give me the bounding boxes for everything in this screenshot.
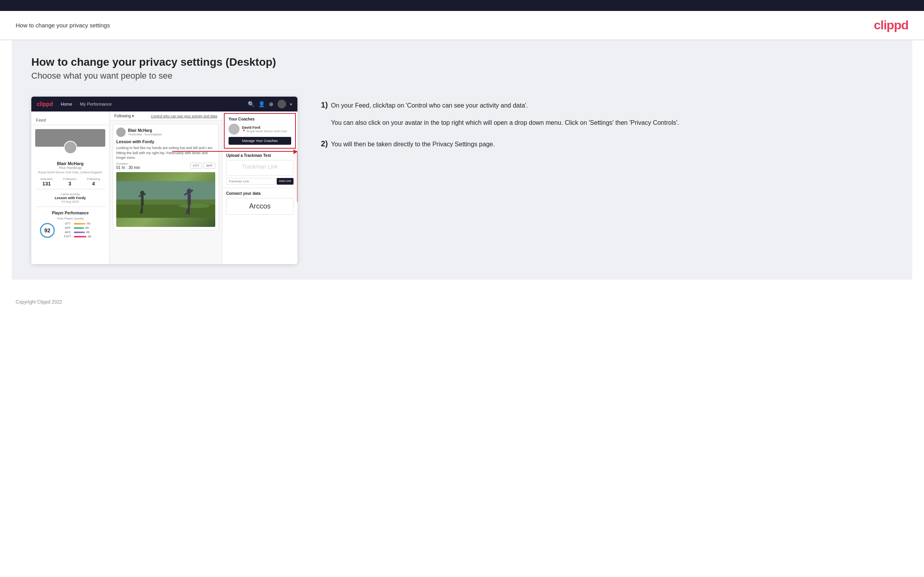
- control-link[interactable]: Control who can see your activity and da…: [151, 114, 217, 118]
- nav-icons: 🔍 👤 ⊕ ▾: [248, 100, 292, 108]
- coaches-section: Your Coaches David Ford 📍 Royal North De…: [224, 113, 296, 149]
- connect-section: Connect your data Arccos: [222, 188, 297, 218]
- profile-area: Blair McHarg Plus Handicap Royal North D…: [31, 125, 109, 245]
- step-1-line2: You can also click on your avatar in the…: [331, 118, 679, 128]
- player-performance: Player Performance Total Player Quality …: [35, 209, 105, 241]
- post-title: Lesson with Fordy: [116, 139, 215, 144]
- page-subheading: Choose what you want people to see: [31, 71, 893, 81]
- svg-rect-5: [141, 195, 144, 206]
- annotation-line-v: [297, 151, 297, 202]
- following-bar: Following ▾ Control who can see your act…: [110, 111, 222, 121]
- ott-bar: [74, 223, 86, 225]
- step-1-line1: On your Feed, click/tap on 'Control who …: [331, 101, 679, 111]
- step-1-number: 1): [321, 101, 328, 110]
- putt-bar: [74, 236, 86, 237]
- arg-bar: [74, 232, 85, 233]
- app-nav: clippd Home My Performance 🔍 👤 ⊕ ▾: [31, 97, 297, 111]
- user-icon[interactable]: 👤: [258, 101, 265, 107]
- app-screenshot: clippd Home My Performance 🔍 👤 ⊕ ▾ Feed: [31, 97, 297, 264]
- coach-club: 📍 Royal North Devon Golf Club: [242, 129, 287, 133]
- trackman-box: Trackman Link: [226, 160, 294, 176]
- coach-avatar: [229, 124, 240, 135]
- logo: clippd: [874, 18, 908, 32]
- feed-tab[interactable]: Feed: [31, 115, 109, 125]
- coaches-title: Your Coaches: [229, 117, 291, 121]
- nav-performance[interactable]: My Performance: [80, 102, 112, 106]
- step-2-number: 2): [321, 139, 328, 148]
- nav-home[interactable]: Home: [61, 102, 72, 106]
- profile-club: Royal North Devon Golf Club, United King…: [35, 171, 105, 174]
- app-body: Feed Blair McHarg Plus Handicap Royal No…: [31, 111, 297, 264]
- step-1-content: On your Feed, click/tap on 'Control who …: [331, 101, 679, 128]
- metric-putt: PUTT 96: [63, 235, 91, 238]
- top-bar: [0, 0, 924, 11]
- tag-app: APP: [204, 163, 215, 169]
- svg-point-2: [179, 204, 210, 208]
- manage-coaches-button[interactable]: Manage Your Coaches: [229, 137, 291, 145]
- add-link-button[interactable]: Add Link: [277, 178, 294, 185]
- trackman-section: Upload a Trackman Test Trackman Link Add…: [222, 150, 297, 188]
- post-description: Looking to feel like my hands are exitin…: [116, 146, 215, 160]
- middle-panel: Following ▾ Control who can see your act…: [110, 111, 222, 264]
- metrics: OTT 90 APP 85: [63, 222, 91, 239]
- location-icon: 📍: [242, 129, 246, 133]
- stat-activities: Activities 131: [40, 177, 53, 187]
- screenshot-wrapper: clippd Home My Performance 🔍 👤 ⊕ ▾ Feed: [31, 97, 893, 264]
- score-circle: 92: [40, 223, 55, 238]
- post-card: Blair McHarg Yesterday · Sunningdale Les…: [113, 124, 219, 230]
- stat-followers: Followers 3: [63, 177, 76, 187]
- stat-following: Following 4: [87, 177, 100, 187]
- page-heading: How to change your privacy settings (Des…: [31, 56, 893, 68]
- app-bar: [74, 227, 84, 229]
- tag-row: OTT APP: [190, 163, 215, 169]
- footer: Copyright Clippd 2022: [0, 291, 924, 313]
- metric-ott: OTT 90: [63, 222, 91, 225]
- search-icon[interactable]: 🔍: [248, 101, 254, 107]
- avatar[interactable]: [277, 100, 286, 108]
- avatar-chevron[interactable]: ▾: [290, 102, 292, 106]
- divider2: [35, 207, 105, 207]
- post-avatar: [116, 128, 126, 137]
- profile-name: Blair McHarg: [35, 161, 105, 166]
- tag-ott: OTT: [190, 163, 202, 169]
- post-author-info: Blair McHarg Yesterday · Sunningdale: [128, 128, 162, 136]
- trackman-input[interactable]: [226, 178, 275, 185]
- profile-stats: Activities 131 Followers 3 Following 4: [35, 177, 105, 187]
- step-2: 2) You will then be taken directly to th…: [321, 139, 893, 149]
- trackman-input-row: Add Link: [226, 178, 294, 185]
- main-content: How to change your privacy settings (Des…: [12, 40, 912, 280]
- divider: [35, 189, 105, 189]
- header: How to change your privacy settings clip…: [0, 11, 924, 40]
- left-panel: Feed Blair McHarg Plus Handicap Royal No…: [31, 111, 110, 264]
- right-panel: Your Coaches David Ford 📍 Royal North De…: [222, 111, 297, 264]
- chevron-down-icon: ▾: [132, 114, 134, 118]
- duration-info: Duration 01 hr : 30 min: [116, 162, 140, 170]
- svg-rect-10: [187, 194, 191, 205]
- instruction-panel: 1) On your Feed, click/tap on 'Control w…: [313, 97, 893, 161]
- post-image: [116, 172, 215, 227]
- annotation-line: [172, 151, 297, 152]
- header-title: How to change your privacy settings: [16, 22, 110, 29]
- latest-activity: Latest Activity Lesson with Fordy 03 Aug…: [35, 191, 105, 205]
- duration-row: Duration 01 hr : 30 min OTT APP: [116, 162, 215, 170]
- post-header: Blair McHarg Yesterday · Sunningdale: [116, 128, 215, 137]
- following-button[interactable]: Following ▾: [114, 114, 134, 118]
- app-logo: clippd: [37, 101, 53, 107]
- metric-arg: ARG 86: [63, 230, 91, 234]
- profile-handicap: Plus Handicap: [35, 166, 105, 170]
- step-2-text: You will then be taken directly to the P…: [331, 139, 495, 149]
- profile-avatar: [64, 141, 77, 154]
- step-1: 1) On your Feed, click/tap on 'Control w…: [321, 101, 893, 128]
- metric-app: APP 85: [63, 226, 91, 230]
- copyright: Copyright Clippd 2022: [16, 299, 62, 305]
- coach-row: David Ford 📍 Royal North Devon Golf Club: [229, 124, 291, 135]
- tpq-row: 92 OTT 90 APP: [40, 222, 101, 239]
- svg-rect-3: [116, 181, 215, 200]
- coach-info: David Ford 📍 Royal North Devon Golf Club: [242, 126, 287, 133]
- arccos-box: Arccos: [226, 198, 294, 215]
- notification-icon[interactable]: ⊕: [269, 101, 274, 107]
